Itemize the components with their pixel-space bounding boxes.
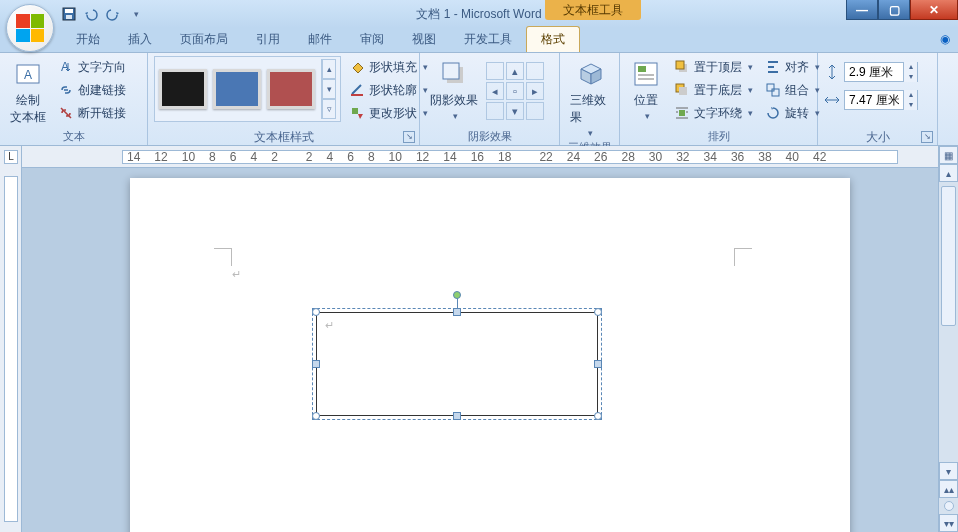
tab-home[interactable]: 开始 <box>62 27 114 52</box>
handle-nw[interactable] <box>312 308 320 316</box>
scroll-thumb[interactable] <box>941 186 956 326</box>
handle-w[interactable] <box>312 360 320 368</box>
gallery-more[interactable]: ▿ <box>322 99 336 119</box>
change-shape-button[interactable]: 更改形状▾ <box>345 102 432 124</box>
window-controls: — ▢ ✕ <box>846 0 958 20</box>
svg-rect-19 <box>679 110 685 116</box>
horizontal-ruler[interactable]: 1412108642246810121416182224262830323436… <box>22 146 938 168</box>
height-input[interactable] <box>845 65 903 79</box>
width-up[interactable]: ▴ <box>903 90 917 100</box>
tab-layout[interactable]: 页面布局 <box>166 27 242 52</box>
margin-corner-tr <box>734 248 752 266</box>
width-input[interactable] <box>845 93 903 107</box>
tab-references[interactable]: 引用 <box>242 27 294 52</box>
scroll-down[interactable]: ▾ <box>939 462 958 480</box>
vertical-scrollbar[interactable]: ▦ ▴ ▾ ▴▴ ▾▾ <box>938 146 958 532</box>
height-down[interactable]: ▾ <box>903 72 917 82</box>
gallery-nav: ▴ ▾ ▿ <box>321 59 336 119</box>
width-spinner[interactable]: ▴▾ <box>844 90 918 110</box>
handle-ne[interactable] <box>594 308 602 316</box>
handle-e[interactable] <box>594 360 602 368</box>
ruler-tick: 8 <box>209 150 216 164</box>
rotate-icon <box>765 105 781 121</box>
next-page[interactable]: ▾▾ <box>939 514 958 532</box>
ruler-tick: 4 <box>327 150 334 164</box>
style-swatch-black[interactable] <box>159 69 207 109</box>
page[interactable]: ↵ ↵ <box>130 178 850 532</box>
ruler-toggle[interactable]: ▦ <box>939 146 958 164</box>
office-button[interactable] <box>6 4 54 52</box>
tab-mailings[interactable]: 邮件 <box>294 27 346 52</box>
selected-textbox[interactable]: ↵ <box>316 312 598 416</box>
tab-view[interactable]: 视图 <box>398 27 450 52</box>
group-shadow-label: 阴影效果 <box>426 129 553 145</box>
shadow-toggle[interactable]: ▫ <box>506 82 524 100</box>
break-link-button[interactable]: 断开链接 <box>54 102 130 124</box>
contextual-tab-label: 文本框工具 <box>545 0 641 20</box>
handle-n[interactable] <box>453 308 461 316</box>
style-swatch-blue[interactable] <box>213 69 261 109</box>
handle-s[interactable] <box>453 412 461 420</box>
ruler-tick: 36 <box>731 150 744 164</box>
text-direction-icon: A <box>58 59 74 75</box>
height-up[interactable]: ▴ <box>903 62 917 72</box>
gallery-down[interactable]: ▾ <box>322 79 336 99</box>
tab-selector[interactable]: L <box>4 150 18 164</box>
group-size: ▴▾ ▴▾ 大小↘ <box>818 53 938 145</box>
browse-object[interactable] <box>944 501 954 511</box>
handle-sw[interactable] <box>312 412 320 420</box>
tab-format[interactable]: 格式 <box>526 26 580 52</box>
shape-outline-button[interactable]: 形状轮廓▾ <box>345 79 432 101</box>
bring-front-button[interactable]: 置于顶层▾ <box>670 56 757 78</box>
handle-se[interactable] <box>594 412 602 420</box>
scroll-up[interactable]: ▴ <box>939 164 958 182</box>
create-link-button[interactable]: 创建链接 <box>54 79 130 101</box>
vertical-ruler[interactable]: L <box>0 146 22 532</box>
send-back-button[interactable]: 置于底层▾ <box>670 79 757 101</box>
align-button[interactable]: 对齐▾ <box>761 56 824 78</box>
shadow-nudge-up[interactable]: ▴ <box>506 62 524 80</box>
text-direction-button[interactable]: A文字方向 <box>54 56 130 78</box>
ribbon-tabs: 开始 插入 页面布局 引用 邮件 审阅 视图 开发工具 格式 ◉ <box>0 28 958 52</box>
document-viewport[interactable]: ↵ ↵ <box>22 168 938 532</box>
svg-rect-13 <box>638 74 654 76</box>
redo-button[interactable] <box>104 5 122 23</box>
group-size-label: 大小↘ <box>824 129 931 145</box>
undo-button[interactable] <box>82 5 100 23</box>
help-icon[interactable]: ◉ <box>940 32 950 46</box>
3d-effects-button[interactable]: 三维效果▾ <box>566 56 613 140</box>
ruler-tick: 26 <box>594 150 607 164</box>
shadow-nudge-down[interactable]: ▾ <box>506 102 524 120</box>
save-button[interactable] <box>60 5 78 23</box>
position-button[interactable]: 位置▾ <box>626 56 666 123</box>
rotation-handle[interactable] <box>453 291 461 299</box>
styles-launcher[interactable]: ↘ <box>403 131 415 143</box>
tab-review[interactable]: 审阅 <box>346 27 398 52</box>
style-swatch-red[interactable] <box>267 69 315 109</box>
shadow-nudge-left[interactable]: ◂ <box>486 82 504 100</box>
rotate-button[interactable]: 旋转▾ <box>761 102 824 124</box>
qat-customize[interactable]: ▾ <box>126 5 144 23</box>
tab-developer[interactable]: 开发工具 <box>450 27 526 52</box>
shadow-nudge-right[interactable]: ▸ <box>526 82 544 100</box>
group-button[interactable]: 组合▾ <box>761 79 824 101</box>
maximize-button[interactable]: ▢ <box>878 0 910 20</box>
prev-page[interactable]: ▴▴ <box>939 480 958 498</box>
shape-fill-button[interactable]: 形状填充▾ <box>345 56 432 78</box>
gallery-up[interactable]: ▴ <box>322 59 336 79</box>
draw-textbox-button[interactable]: A 绘制 文本框 <box>6 56 50 128</box>
size-launcher[interactable]: ↘ <box>921 131 933 143</box>
textbox-icon: A <box>12 58 44 90</box>
width-down[interactable]: ▾ <box>903 100 917 110</box>
close-button[interactable]: ✕ <box>910 0 958 20</box>
ruler-tick: 14 <box>127 150 140 164</box>
minimize-button[interactable]: — <box>846 0 878 20</box>
title-bar: ▾ 文档 1 - Microsoft Word 文本框工具 — ▢ ✕ <box>0 0 958 28</box>
tab-insert[interactable]: 插入 <box>114 27 166 52</box>
text-wrap-button[interactable]: 文字环绕▾ <box>670 102 757 124</box>
group-text-label: 文本 <box>6 129 141 145</box>
height-spinner[interactable]: ▴▾ <box>844 62 918 82</box>
paragraph-mark: ↵ <box>232 268 241 281</box>
shadow-effects-button[interactable]: 阴影效果▾ <box>426 56 482 123</box>
draw-textbox-label: 绘制 文本框 <box>10 92 46 126</box>
